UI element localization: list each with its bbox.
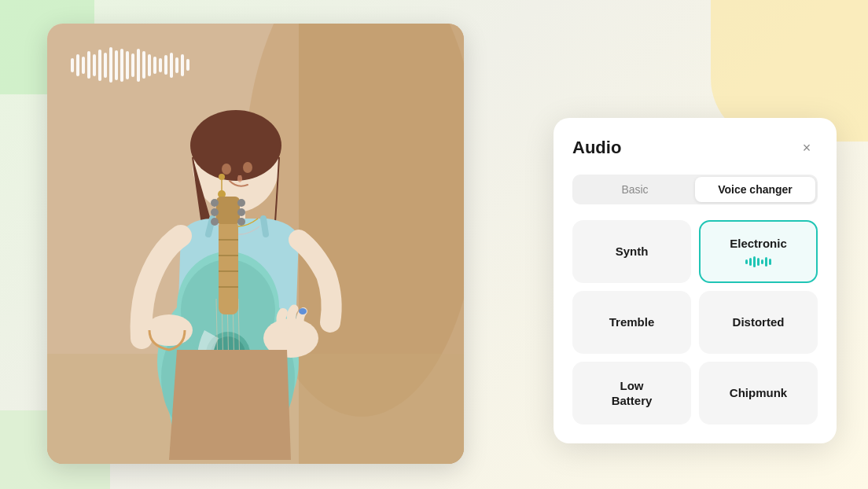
svg-point-7 xyxy=(243,162,252,173)
tab-voice-changer[interactable]: Voice changer xyxy=(695,177,815,202)
close-button[interactable]: × xyxy=(796,137,818,159)
svg-point-32 xyxy=(237,208,245,216)
photo-card xyxy=(47,24,464,464)
svg-point-35 xyxy=(299,308,307,314)
svg-point-31 xyxy=(237,199,245,207)
voice-electronic-label: Electronic xyxy=(730,236,787,252)
svg-point-30 xyxy=(211,218,219,226)
svg-rect-27 xyxy=(216,197,240,224)
voice-option-synth[interactable]: Synth xyxy=(572,220,691,283)
svg-point-28 xyxy=(211,199,219,207)
tab-bar: Basic Voice changer xyxy=(572,175,818,204)
voice-distorted-label: Distorted xyxy=(733,314,785,330)
svg-rect-22 xyxy=(219,220,238,314)
voice-synth-label: Synth xyxy=(616,244,649,259)
panel-title: Audio xyxy=(572,138,621,158)
tab-basic[interactable]: Basic xyxy=(575,177,695,202)
svg-point-6 xyxy=(222,164,231,175)
voice-option-low-battery[interactable]: LowBattery xyxy=(572,362,691,425)
panel-header: Audio × xyxy=(572,137,818,159)
voice-tremble-label: Tremble xyxy=(609,314,655,330)
page-wrapper: Audio × Basic Voice changer Synth Electr… xyxy=(0,0,868,489)
voice-option-tremble[interactable]: Tremble xyxy=(572,291,691,354)
voice-option-chipmunk[interactable]: Chipmunk xyxy=(699,362,818,425)
electronic-waveform-icon xyxy=(745,256,771,267)
voice-low-battery-label: LowBattery xyxy=(612,378,653,409)
audio-panel: Audio × Basic Voice changer Synth Electr… xyxy=(554,118,837,443)
voice-options-grid: Synth Electronic Tremble Distort xyxy=(572,220,818,425)
photo-background xyxy=(47,24,464,464)
voice-option-distorted[interactable]: Distorted xyxy=(699,291,818,354)
waveform-overlay xyxy=(71,47,189,83)
svg-point-33 xyxy=(237,218,245,226)
voice-option-electronic[interactable]: Electronic xyxy=(699,220,818,283)
person-illustration xyxy=(47,24,464,464)
voice-chipmunk-label: Chipmunk xyxy=(730,385,787,401)
svg-point-5 xyxy=(190,110,281,181)
svg-point-9 xyxy=(219,174,225,180)
svg-point-29 xyxy=(211,208,219,216)
